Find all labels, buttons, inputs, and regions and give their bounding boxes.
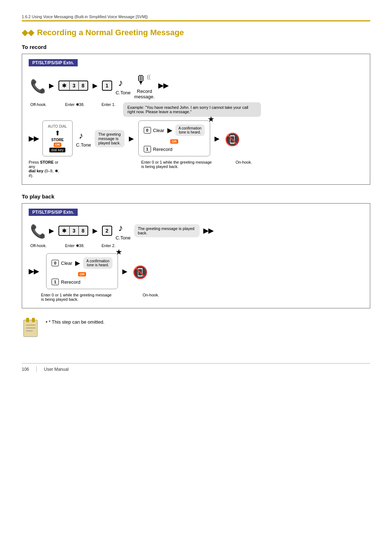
pb-key-8: 8 [79, 226, 87, 235]
pb-key-star38: ✱ 3 8 [58, 226, 88, 236]
pb-clear-label: Clear [61, 260, 72, 266]
pb-offhook-step: 📞 [29, 223, 45, 239]
or-badge2: OR [170, 139, 178, 144]
pb-greeting-bubble: The greeting message is played back. [134, 224, 200, 237]
pb-star-key: ✱ [59, 226, 70, 235]
offhook-lbl: Off-hook. [29, 102, 48, 107]
playback-diagram: PT/SLT/PS/SIP Extn. 📞 ▶ ✱ 3 8 ▶ 2 [22, 203, 370, 308]
onhook-icon: 📵 [224, 131, 240, 147]
record-step: 🎙 (( Record message. [134, 71, 155, 99]
enter01-lbl: Enter 0 or 1 while the greeting message … [141, 160, 214, 169]
pb-key38-step: ✱ 3 8 [58, 226, 88, 236]
footer-divider [36, 366, 37, 372]
svg-text:📞: 📞 [30, 78, 45, 94]
notepad-icon [22, 317, 40, 338]
svg-text:🎙: 🎙 [135, 73, 147, 86]
svg-rect-10 [26, 318, 29, 322]
diamonds-icon: ◆◆ [22, 28, 34, 37]
key-1-rerecord: 1 [144, 146, 151, 152]
svg-text:((: (( [147, 74, 151, 80]
record-icon: 🎙 (( [135, 71, 154, 87]
pb-onhook-step: 📵 [132, 263, 148, 279]
ctone2-icon: ♪ [78, 130, 89, 141]
arrow4: ▶ [167, 126, 172, 134]
record-label: Record message. [134, 89, 155, 99]
record-diagram: PT/SLT/PS/SIP Extn. 📞 ▶ ✱ 3 8 ▶ 1 [22, 54, 370, 185]
pb-or-badge: OR [78, 272, 86, 276]
to-playback-label: To play back [22, 193, 370, 200]
store-box: AUTO DIAL ⬆ STORE OR dial key [42, 120, 73, 156]
arrow3: ▶ [129, 135, 134, 143]
key1-step: 1 [102, 81, 112, 91]
ctone2-label: C.Tone [76, 142, 91, 148]
svg-text:📵: 📵 [132, 265, 148, 279]
svg-rect-11 [32, 318, 35, 322]
key-1: 1 [102, 81, 112, 91]
note-icon [22, 317, 40, 341]
pb-arrow4: ▶ [122, 267, 127, 275]
to-record-section: To record PT/SLT/PS/SIP Extn. 📞 ▶ ✱ 3 8 … [22, 44, 370, 185]
key-3: 3 [70, 81, 79, 90]
pb-key-0-clear: 0 [52, 260, 59, 266]
pb-confirmation-bubble: A confirmation tone is heard. [83, 257, 113, 269]
key-star38: ✱ 3 8 [58, 81, 88, 91]
playback-row1: 📞 ▶ ✱ 3 8 ▶ 2 ♪ C.Tone [29, 221, 363, 241]
svg-text:♪: ♪ [118, 77, 123, 88]
section-header: 1.6.2 Using Voice Messaging (Built-in Si… [22, 15, 370, 21]
pb-ctone-icon: ♪ [118, 221, 128, 234]
ctone-icon: ♪ [118, 76, 128, 89]
pb-onhook-lbl: On-hook. [143, 293, 159, 297]
ctone2-step: ♪ C.Tone [76, 130, 91, 148]
star-key: ✱ [59, 81, 70, 90]
double-arrow2: ▶▶ [29, 135, 39, 143]
note-text: • * This step can be omitted. [46, 317, 105, 325]
svg-text:♪: ♪ [118, 222, 123, 233]
pb-key-3: 3 [70, 226, 79, 235]
svg-text:📵: 📵 [225, 132, 240, 147]
star-record: ★ [208, 115, 214, 123]
svg-text:📞: 📞 [30, 223, 45, 239]
rerecord-label: Rerecord [153, 147, 172, 152]
dial-key-label: dial key [49, 148, 65, 152]
svg-text:♪: ♪ [79, 131, 83, 140]
enter1-lbl: Enter 1. [101, 102, 116, 107]
pb-onhook-icon: 📵 [132, 263, 148, 279]
manual-label: User Manual [44, 367, 69, 372]
pb-key-2: 2 [102, 226, 112, 236]
arrow2: ▶ [93, 82, 98, 90]
to-playback-section: To play back PT/SLT/PS/SIP Extn. 📞 ▶ ✱ 3… [22, 193, 370, 308]
arrow5: ▶ [215, 135, 220, 143]
pb-enter2-lbl: Enter 2. [101, 243, 116, 248]
pt-label-record: PT/SLT/PS/SIP Extn. [29, 59, 78, 66]
ctone-label: C.Tone [116, 90, 131, 95]
press-store-lbl: Press STORE or anydial key (0–9, ✱, #). [29, 160, 61, 178]
pb-key-1-rerecord: 1 [52, 279, 59, 285]
pb-arrow3: ▶ [75, 259, 80, 267]
store-text: STORE [51, 138, 64, 142]
pb-offhook-lbl: Off-hook. [29, 243, 48, 248]
arrow1: ▶ [49, 82, 54, 90]
pb-arrow1: ▶ [49, 227, 54, 235]
offhook-icon: 📞 [29, 78, 45, 94]
rerecord-row: 1 Rerecord [144, 146, 172, 152]
pb-enter01-lbl: Enter 0 or 1 while the greeting message … [41, 293, 114, 301]
pb-rerecord-row: 1 Rerecord [52, 279, 80, 285]
double-arrow1: ▶▶ [158, 82, 168, 90]
rerecord-group: 0 Clear ▶ A confirmation tone is heard. … [138, 120, 210, 156]
page-title: ◆◆ Recording a Normal Greeting Message [22, 28, 370, 37]
store-icon: ⬆ [55, 129, 60, 137]
pb-enter38-lbl: Enter ✱38. [62, 243, 87, 248]
page-number: 106 [22, 367, 29, 372]
greeting-playback-bubble: The greeting message is played back. [95, 130, 124, 147]
pb-ctone-step: ♪ C.Tone [116, 221, 131, 241]
pb-row2: ▶▶ ★ 0 Clear ▶ A confirmation tone is he… [29, 253, 363, 289]
onhook-step: 📵 [224, 131, 240, 147]
pb-double-arrow: ▶▶ [203, 227, 213, 235]
pt-label-playback: PT/SLT/PS/SIP Extn. [29, 209, 78, 216]
pb-star: ★ [116, 248, 122, 256]
record-row2-labels: Press STORE or anydial key (0–9, ✱, #). … [29, 160, 363, 178]
offhook-step: 📞 [29, 78, 45, 94]
key-8: 8 [79, 81, 87, 90]
pb-arrow2: ▶ [93, 227, 98, 235]
to-record-label: To record [22, 44, 370, 50]
